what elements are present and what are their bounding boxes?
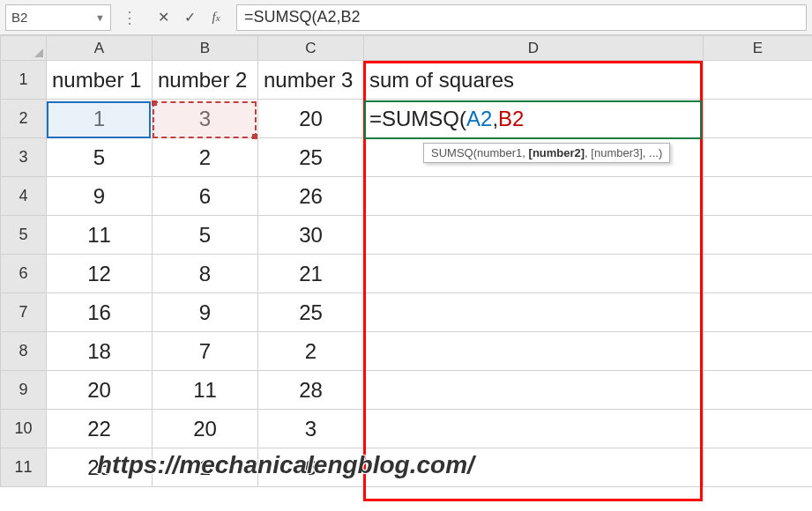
cell-B6[interactable]: 8 [153,255,258,293]
cell-B5[interactable]: 5 [153,216,258,255]
cell-D7[interactable] [364,293,704,332]
formula-ref1: A2 [466,107,492,130]
name-box-value: B2 [11,10,27,25]
cell-E3[interactable] [704,138,813,177]
cell-E4[interactable] [704,177,813,216]
cell-D9[interactable] [364,371,704,410]
cell-C7[interactable]: 25 [258,293,364,332]
cell-B7[interactable]: 9 [153,293,258,332]
row-head-6[interactable]: 6 [1,255,47,293]
row-head-8[interactable]: 8 [1,332,47,371]
select-all-corner[interactable] [1,36,47,61]
cell-A3[interactable]: 5 [47,138,153,177]
name-box[interactable]: B2 ▼ [5,4,111,31]
formula-bar: B2 ▼ ⋮ ✕ ✓ fx =SUMSQ(A2,B2 [0,0,812,35]
cell-E10[interactable] [704,410,813,448]
cell-E7[interactable] [704,293,813,332]
col-head-B[interactable]: B [153,36,258,61]
col-head-D[interactable]: D [364,36,704,61]
cell-A11[interactable]: 25 [47,448,153,487]
cell-D1[interactable]: sum of squares [364,61,704,100]
tooltip-bold: [number2] [529,146,585,159]
formula-input-text: =SUMSQ(A2,B2 [244,8,361,26]
cell-A6[interactable]: 12 [47,255,153,293]
row-head-2[interactable]: 2 [1,100,47,138]
tooltip-fn: SUMSQ [431,146,473,159]
row-head-1[interactable]: 1 [1,61,47,100]
row-head-4[interactable]: 4 [1,177,47,216]
col-head-A[interactable]: A [47,36,153,61]
cancel-icon[interactable]: ✕ [153,8,173,27]
cell-C4[interactable]: 26 [258,177,364,216]
cell-B2[interactable]: 3 [153,100,258,138]
cell-E6[interactable] [704,255,813,293]
cell-D6[interactable] [364,255,704,293]
row-head-11[interactable]: 11 [1,448,47,487]
sheet-table: A B C D E 1 number 1 number 2 number 3 s… [0,35,812,487]
cell-A4[interactable]: 9 [47,177,153,216]
cell-A5[interactable]: 11 [47,216,153,255]
cell-C9[interactable]: 28 [258,371,364,410]
cell-C3[interactable]: 25 [258,138,364,177]
col-head-E[interactable]: E [704,36,813,61]
cell-B8[interactable]: 7 [153,332,258,371]
cell-E9[interactable] [704,371,813,410]
formula-prefix: =SUMSQ( [369,107,466,130]
enter-icon[interactable]: ✓ [180,8,199,27]
cell-C11[interactable]: 6 [258,448,364,487]
cell-A9[interactable]: 20 [47,371,153,410]
cell-D5[interactable] [364,216,704,255]
cell-C2[interactable]: 20 [258,100,364,138]
function-tooltip: SUMSQ(number1, [number2], [number3], ...… [423,143,670,163]
cell-D8[interactable] [364,332,704,371]
cell-C6[interactable]: 21 [258,255,364,293]
cell-E8[interactable] [704,332,813,371]
row-head-3[interactable]: 3 [1,138,47,177]
formula-input[interactable]: =SUMSQ(A2,B2 [236,4,807,31]
row-head-5[interactable]: 5 [1,216,47,255]
cell-B9[interactable]: 11 [153,371,258,410]
cell-A8[interactable]: 18 [47,332,153,371]
cell-E11[interactable] [704,448,813,487]
cell-E5[interactable] [704,216,813,255]
col-head-C[interactable]: C [258,36,364,61]
row-head-9[interactable]: 9 [1,371,47,410]
cell-D4[interactable] [364,177,704,216]
spreadsheet-grid[interactable]: A B C D E 1 number 1 number 2 number 3 s… [0,35,812,487]
chevron-down-icon[interactable]: ▼ [95,12,105,23]
cell-B10[interactable]: 20 [153,410,258,448]
cell-B3[interactable]: 2 [153,138,258,177]
fx-icon[interactable]: fx [206,8,226,27]
cell-C8[interactable]: 2 [258,332,364,371]
cell-C5[interactable]: 30 [258,216,364,255]
cell-D11[interactable] [364,448,704,487]
cell-D10[interactable] [364,410,704,448]
formula-ref2: B2 [498,107,524,130]
cell-B1[interactable]: number 2 [153,61,258,100]
cell-B4[interactable]: 6 [153,177,258,216]
cell-B11[interactable]: 1 [153,448,258,487]
row-head-7[interactable]: 7 [1,293,47,332]
cell-D2[interactable]: =SUMSQ(A2,B2 [364,100,704,138]
formula-controls: ✕ ✓ fx [150,8,229,27]
row-head-10[interactable]: 10 [1,410,47,448]
cell-E1[interactable] [704,61,813,100]
cell-A1[interactable]: number 1 [47,61,153,100]
expand-handle[interactable]: ⋮ [118,8,143,27]
cell-A2[interactable]: 1 [47,100,153,138]
cell-A10[interactable]: 22 [47,410,153,448]
cell-E2[interactable] [704,100,813,138]
cell-C1[interactable]: number 3 [258,61,364,100]
cell-A7[interactable]: 16 [47,293,153,332]
cell-C10[interactable]: 3 [258,410,364,448]
